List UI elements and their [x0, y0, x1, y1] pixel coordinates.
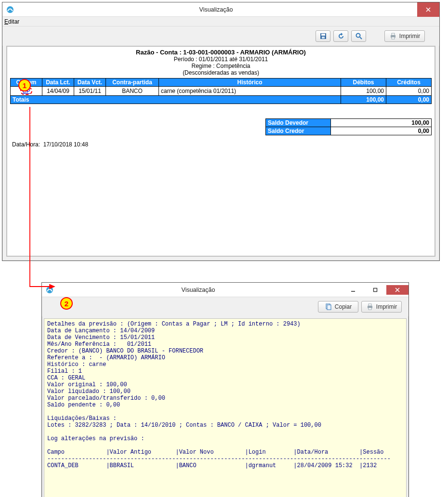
copy-button[interactable]: Copiar — [318, 301, 358, 313]
details-text-area[interactable]: Detalhes da previsão : (Origem : Contas … — [44, 318, 407, 497]
svg-rect-13 — [327, 305, 331, 310]
print-label: Imprimir — [376, 303, 397, 310]
print-button[interactable]: Imprimir — [361, 301, 402, 313]
svg-rect-15 — [369, 304, 371, 306]
callout-badge-2: 2 — [60, 297, 73, 310]
copy-label: Copiar — [335, 303, 352, 310]
toolbar: Copiar Imprimir — [42, 297, 408, 316]
svg-rect-16 — [369, 308, 371, 310]
callout-arrow — [0, 0, 448, 299]
callout-badge-1: 1 — [18, 79, 31, 92]
window-details: 2 Visualização Copiar Imprimir Detalh — [41, 282, 409, 497]
